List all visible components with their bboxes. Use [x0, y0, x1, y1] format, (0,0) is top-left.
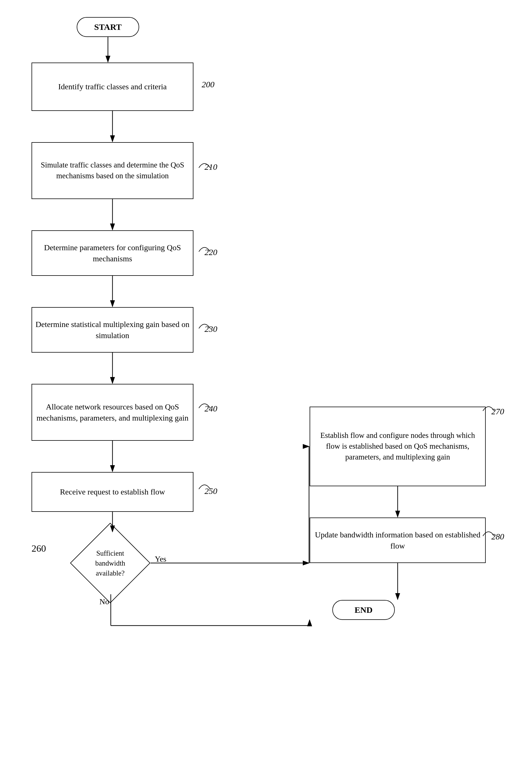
tag-280: 280 — [491, 532, 504, 541]
tag-240: 240 — [205, 404, 217, 413]
tag-230: 230 — [205, 324, 217, 334]
end-shape: END — [332, 600, 395, 620]
tag-200: 200 — [202, 80, 214, 89]
tag-220: 220 — [205, 248, 217, 257]
yes-label: Yes — [155, 554, 166, 563]
diamond-text-260: Sufficient bandwidth available? — [87, 548, 133, 578]
box-220: Determine parameters for configuring QoS… — [32, 230, 193, 276]
box-230: Determine statistical multiplexing gain … — [32, 307, 193, 353]
start-shape: START — [77, 17, 139, 37]
box-200: Identify traffic classes and criteria — [32, 63, 193, 111]
tag-250: 250 — [205, 486, 217, 496]
no-label: No — [99, 597, 109, 606]
box-250: Receive request to establish flow — [32, 472, 193, 512]
box-280: Update bandwidth information based on es… — [310, 517, 486, 563]
box-210: Simulate traffic classes and determine t… — [32, 142, 193, 199]
diamond-260: Sufficient bandwidth available? — [70, 532, 150, 594]
tag-210: 210 — [205, 162, 217, 172]
tag-260: 260 — [32, 543, 46, 554]
tag-270: 270 — [491, 407, 504, 416]
flowchart-diagram: START Identify traffic classes and crite… — [0, 0, 532, 774]
box-240: Allocate network resources based on QoS … — [32, 384, 193, 441]
box-270: Establish flow and configure nodes throu… — [310, 407, 486, 486]
